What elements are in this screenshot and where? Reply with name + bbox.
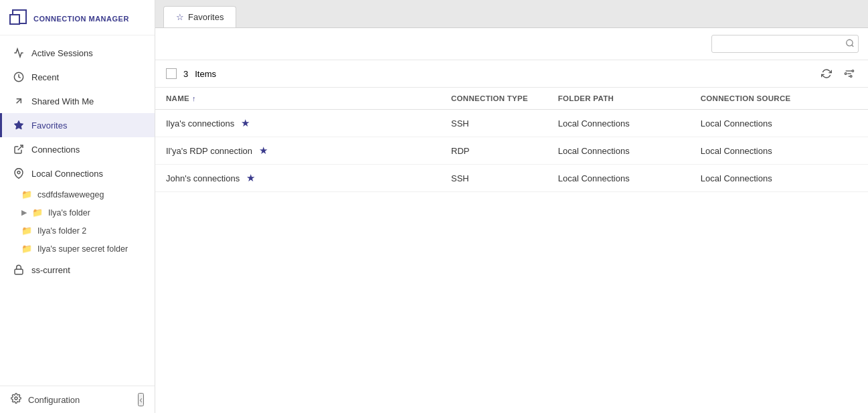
tab-favorites[interactable]: ☆ Favorites [163, 6, 236, 27]
folder-icon: 📁 [21, 189, 32, 199]
cell-folder-2: Local Connections [547, 165, 690, 192]
sidebar-item-recent[interactable]: Recent [0, 65, 155, 89]
row-name-text: Ilya's connections [166, 118, 234, 129]
sidebar-label-recent: Recent [31, 72, 59, 82]
cell-name-0: Ilya's connections ★ [155, 110, 440, 137]
clock-icon [13, 71, 25, 83]
sidebar-item-shared-with-me[interactable]: Shared With Me [0, 89, 155, 113]
favorite-star-icon[interactable]: ★ [259, 145, 268, 157]
logo-icon [9, 9, 28, 28]
sidebar-label-favorites: Favorites [31, 120, 67, 131]
folder-item-ilyas-folder-2[interactable]: 📁 Ilya's folder 2 [0, 222, 155, 240]
sidebar-label-local-connections: Local Connections [31, 169, 103, 179]
table-row: Ilya's connections ★ SSH Local Connectio… [155, 110, 868, 137]
cell-source-2: Local Connections [690, 165, 868, 192]
cell-type-1: RDP [440, 137, 547, 165]
svg-point-6 [15, 397, 17, 400]
svg-marker-2 [14, 120, 23, 129]
tab-star-icon: ☆ [176, 12, 184, 22]
configuration-label: Configuration [28, 395, 80, 405]
col-header-folder-path[interactable]: FOLDER PATH [547, 88, 690, 110]
svg-line-3 [18, 145, 23, 150]
cell-type-0: SSH [440, 110, 547, 137]
folder-item-ilyas-folder[interactable]: ▶ 📁 Ilya's folder [0, 203, 155, 222]
row-name-text: Il'ya's RDP connection [166, 146, 252, 156]
activity-icon [13, 47, 25, 59]
folder-label: Ilya's folder [48, 208, 90, 218]
folder-label: Ilya's super secret folder [37, 244, 128, 254]
cell-folder-0: Local Connections [547, 110, 690, 137]
refresh-button[interactable] [818, 66, 835, 82]
cell-source-1: Local Connections [690, 137, 868, 165]
folder-label: Ilya's folder 2 [37, 226, 86, 236]
table-row: John's connections ★ SSH Local Connectio… [155, 165, 868, 192]
sidebar-label-shared-with-me: Shared With Me [31, 96, 94, 106]
tab-bar: ☆ Favorites [155, 0, 868, 28]
favorite-star-icon[interactable]: ★ [241, 117, 250, 129]
sidebar-label-ss-current: ss-current [31, 265, 70, 275]
cell-source-0: Local Connections [690, 110, 868, 137]
select-all-checkbox[interactable] [166, 68, 177, 79]
svg-rect-5 [15, 269, 23, 274]
filter-button[interactable] [841, 66, 857, 82]
toolbar-right [818, 66, 857, 82]
main-content: ☆ Favorites 3 Items [155, 0, 868, 413]
chevron-right-icon: ▶ [21, 208, 27, 217]
folder-item-ilyas-super-secret[interactable]: 📁 Ilya's super secret folder [0, 240, 155, 258]
row-name-text: John's connections [166, 173, 240, 183]
search-input[interactable] [711, 35, 859, 53]
sidebar: CONNECTION MANAGER Active Sessions Recen… [0, 0, 155, 413]
svg-point-7 [847, 39, 853, 46]
share-icon [13, 95, 25, 107]
configuration-link[interactable]: Configuration [11, 393, 80, 406]
cell-type-2: SSH [440, 165, 547, 192]
sort-asc-icon: ↑ [192, 94, 196, 102]
svg-line-8 [852, 45, 854, 47]
col-header-name[interactable]: NAME ↑ [155, 88, 440, 110]
svg-point-4 [17, 171, 20, 174]
favorite-star-icon[interactable]: ★ [246, 172, 255, 184]
table-container: NAME ↑ CONNECTION TYPE FOLDER PATH CONNE… [155, 88, 868, 413]
app-logo: CONNECTION MANAGER [0, 0, 155, 35]
folder-icon: 📁 [21, 226, 32, 236]
data-table: NAME ↑ CONNECTION TYPE FOLDER PATH CONNE… [155, 88, 868, 192]
svg-line-1 [17, 99, 21, 104]
content-area: 3 Items NAME [155, 28, 868, 413]
sidebar-footer: Configuration ‹ [0, 386, 155, 413]
svg-point-12 [852, 70, 854, 72]
table-row: Il'ya's RDP connection ★ RDP Local Conne… [155, 137, 868, 165]
sidebar-label-connections: Connections [31, 145, 80, 155]
col-header-connection-source[interactable]: CONNECTION SOURCE [690, 88, 868, 110]
svg-point-14 [850, 76, 852, 78]
external-link-icon [13, 143, 25, 155]
svg-point-13 [845, 73, 847, 75]
cell-name-1: Il'ya's RDP connection ★ [155, 137, 440, 165]
folder-icon: 📁 [32, 208, 43, 218]
tab-label: Favorites [188, 12, 224, 22]
app-title: CONNECTION MANAGER [33, 15, 129, 23]
sidebar-item-active-sessions[interactable]: Active Sessions [0, 41, 155, 65]
toolbar-left: 3 Items [166, 68, 216, 79]
item-count: 3 [183, 69, 188, 79]
items-label: Items [195, 69, 216, 79]
folder-item-csdfdsfawewegeg[interactable]: 📁 csdfdsfawewegeg [0, 185, 155, 203]
sidebar-item-ss-current[interactable]: ss-current [0, 258, 155, 282]
folder-icon: 📁 [21, 244, 32, 254]
sidebar-nav: Active Sessions Recent Shared With Me Fa… [0, 35, 155, 386]
sidebar-item-connections[interactable]: Connections [0, 137, 155, 161]
sidebar-collapse-button[interactable]: ‹ [138, 393, 144, 406]
table-toolbar: 3 Items [155, 60, 868, 88]
search-bar [155, 28, 868, 60]
gear-icon [11, 393, 21, 406]
search-button[interactable] [845, 38, 855, 50]
search-wrapper [711, 35, 859, 53]
cell-folder-1: Local Connections [547, 137, 690, 165]
star-icon [13, 119, 25, 131]
cell-name-2: John's connections ★ [155, 165, 440, 192]
sidebar-item-local-connections[interactable]: Local Connections [0, 161, 155, 185]
folder-label: csdfdsfawewegeg [37, 190, 104, 199]
col-header-connection-type[interactable]: CONNECTION TYPE [440, 88, 547, 110]
sidebar-label-active-sessions: Active Sessions [31, 48, 93, 58]
sidebar-item-favorites[interactable]: Favorites [0, 113, 155, 137]
lock-icon [13, 264, 25, 276]
